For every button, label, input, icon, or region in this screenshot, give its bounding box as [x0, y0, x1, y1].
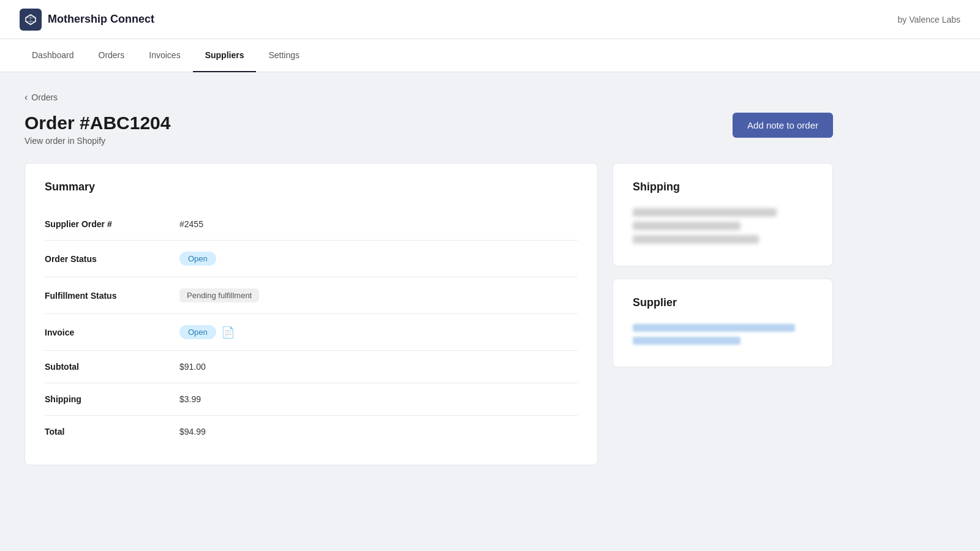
table-row: Invoice Open 📄	[45, 314, 578, 351]
fulfillment-status-badge: Pending fulfillment	[179, 288, 259, 302]
nav-item-orders[interactable]: Orders	[86, 39, 137, 72]
table-row: Supplier Order # #2455	[45, 208, 578, 241]
blurred-supplier-line-1	[633, 324, 795, 332]
breadcrumb[interactable]: ‹ Orders	[24, 92, 833, 103]
shipping-card-title: Shipping	[633, 181, 813, 193]
order-status-value: Open	[179, 252, 216, 266]
back-chevron-icon: ‹	[24, 92, 28, 103]
main-nav: Dashboard Orders Invoices Suppliers Sett…	[0, 39, 980, 72]
invoice-status-badge: Open	[179, 325, 216, 339]
supplier-order-label: Supplier Order #	[45, 219, 179, 229]
supplier-card-title: Supplier	[633, 296, 813, 309]
nav-item-dashboard[interactable]: Dashboard	[20, 39, 86, 72]
app-byline: by Valence Labs	[898, 15, 960, 24]
table-row: Total $94.99	[45, 416, 578, 448]
blurred-supplier-line-2	[633, 337, 741, 345]
table-row: Order Status Open	[45, 241, 578, 277]
total-label: Total	[45, 427, 179, 437]
fulfillment-status-value: Pending fulfillment	[179, 288, 259, 302]
supplier-order-value: #2455	[179, 219, 203, 229]
blurred-line-3	[633, 235, 759, 244]
logo-icon	[20, 9, 42, 31]
invoice-value: Open 📄	[179, 325, 235, 339]
app-logo: Mothership Connect	[20, 9, 154, 31]
blurred-line-2	[633, 222, 741, 230]
fulfillment-status-label: Fulfillment Status	[45, 291, 179, 301]
page-title: Order #ABC1204	[24, 113, 170, 133]
summary-card: Summary Supplier Order # #2455 Order Sta…	[24, 163, 598, 465]
order-status-badge: Open	[179, 252, 216, 266]
right-sidebar: Shipping Supplier	[612, 163, 833, 367]
supplier-info-blurred	[633, 324, 813, 345]
subtotal-label: Subtotal	[45, 362, 179, 372]
view-in-shopify-link[interactable]: View order in Shopify	[24, 136, 105, 146]
page-content: ‹ Orders Order #ABC1204 View order in Sh…	[0, 72, 858, 485]
table-row: Subtotal $91.00	[45, 351, 578, 383]
add-note-button[interactable]: Add note to order	[733, 113, 833, 138]
total-value: $94.99	[179, 427, 206, 437]
supplier-card: Supplier	[612, 279, 833, 367]
page-title-block: Order #ABC1204 View order in Shopify	[24, 113, 170, 146]
shipping-cost-value: $3.99	[179, 394, 201, 404]
breadcrumb-label: Orders	[31, 92, 58, 102]
app-title: Mothership Connect	[48, 13, 154, 26]
nav-item-invoices[interactable]: Invoices	[137, 39, 192, 72]
summary-title: Summary	[45, 181, 578, 193]
table-row: Shipping $3.99	[45, 383, 578, 416]
shipping-card: Shipping	[612, 163, 833, 266]
main-layout: Summary Supplier Order # #2455 Order Sta…	[24, 163, 833, 465]
blurred-line-1	[633, 208, 777, 217]
nav-item-suppliers[interactable]: Suppliers	[193, 39, 257, 72]
table-row: Fulfillment Status Pending fulfillment	[45, 277, 578, 314]
invoice-doc-icon[interactable]: 📄	[221, 326, 235, 339]
subtotal-value: $91.00	[179, 362, 206, 372]
shipping-address-blurred	[633, 208, 813, 244]
order-status-label: Order Status	[45, 254, 179, 264]
page-header: Order #ABC1204 View order in Shopify Add…	[24, 113, 833, 146]
shipping-cost-label: Shipping	[45, 394, 179, 404]
nav-item-settings[interactable]: Settings	[256, 39, 312, 72]
invoice-label: Invoice	[45, 328, 179, 337]
app-header: Mothership Connect by Valence Labs	[0, 0, 980, 39]
